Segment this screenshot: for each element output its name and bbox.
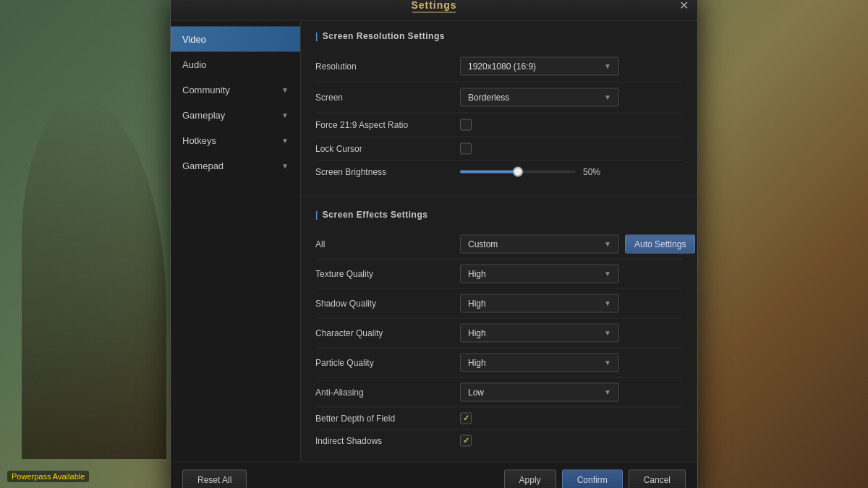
confirm-button[interactable]: Confirm (562, 469, 623, 488)
sidebar-item-hotkeys[interactable]: Hotkeys ▼ (171, 127, 300, 153)
texture-quality-row: Texture Quality High ▼ (315, 259, 683, 288)
better-dof-checkbox[interactable] (460, 412, 472, 424)
shadow-quality-control: High ▼ (460, 294, 683, 312)
better-dof-label: Better Depth of Field (315, 413, 460, 423)
resolution-control: 1920x1080 (16:9) ▼ (460, 56, 683, 75)
lock-cursor-label: Lock Cursor (315, 143, 460, 153)
indirect-shadows-row: Indirect Shadows (315, 429, 683, 451)
screen-row: Screen Borderless ▼ (315, 82, 683, 113)
force-ratio-checkbox[interactable] (460, 119, 472, 130)
screen-dropdown[interactable]: Borderless ▼ (460, 87, 619, 106)
screen-resolution-title: Screen Resolution Settings (315, 30, 683, 40)
brightness-slider-track[interactable] (460, 170, 576, 173)
screen-effects-title: Screen Effects Settings (315, 209, 683, 219)
chevron-down-icon: ▼ (604, 62, 611, 70)
force-ratio-label: Force 21:9 Aspect Ratio (315, 119, 460, 129)
force-ratio-row: Force 21:9 Aspect Ratio (315, 113, 683, 137)
sidebar-item-video[interactable]: Video (171, 26, 300, 51)
texture-quality-dropdown[interactable]: High ▼ (460, 264, 619, 283)
sidebar: Video Audio Community ▼ Gameplay ▼ Hotke… (171, 20, 301, 461)
resolution-dropdown[interactable]: 1920x1080 (16:9) ▼ (460, 56, 619, 75)
better-dof-control (460, 412, 683, 424)
footer-right-buttons: Apply Confirm Cancel (504, 469, 686, 488)
brightness-row: Screen Brightness 50% (315, 160, 683, 182)
indirect-shadows-checkbox[interactable] (460, 435, 472, 446)
particle-quality-control: High ▼ (460, 353, 683, 372)
resolution-label: Resolution (315, 61, 460, 71)
chevron-down-icon: ▼ (281, 161, 289, 169)
brightness-value: 50% (583, 166, 608, 176)
particle-quality-dropdown[interactable]: High ▼ (460, 353, 619, 372)
chevron-down-icon: ▼ (604, 270, 611, 278)
better-dof-row: Better Depth of Field (315, 407, 683, 429)
resolution-row: Resolution 1920x1080 (16:9) ▼ (315, 51, 683, 82)
screen-effects-section: Screen Effects Settings All Custom ▼ Aut… (301, 199, 697, 461)
anti-aliasing-label: Anti-Aliasing (315, 387, 460, 397)
sidebar-item-gameplay[interactable]: Gameplay ▼ (171, 102, 300, 127)
texture-quality-control: High ▼ (460, 264, 683, 283)
modal-header: Settings ✕ (171, 0, 697, 20)
content-area: Screen Resolution Settings Resolution 19… (301, 20, 697, 461)
section-divider (301, 195, 697, 196)
force-ratio-control (460, 119, 683, 130)
title-underline (412, 12, 456, 12)
anti-aliasing-control: Low ▼ (460, 382, 683, 401)
lock-cursor-checkbox[interactable] (460, 142, 472, 154)
brightness-slider-fill (460, 170, 518, 173)
chevron-down-icon: ▼ (281, 85, 289, 93)
reset-all-button[interactable]: Reset All (182, 469, 247, 488)
modal-body: Video Audio Community ▼ Gameplay ▼ Hotke… (171, 20, 697, 461)
chevron-down-icon: ▼ (604, 299, 611, 307)
chevron-down-icon: ▼ (604, 329, 611, 337)
auto-settings-button[interactable]: Auto Settings (625, 234, 695, 253)
powerpass-banner: Powerpass Available (7, 471, 89, 482)
anti-aliasing-row: Anti-Aliasing Low ▼ (315, 377, 683, 407)
lock-cursor-row: Lock Cursor (315, 137, 683, 160)
chevron-down-icon: ▼ (604, 359, 611, 367)
screen-label: Screen (315, 92, 460, 102)
cancel-button[interactable]: Cancel (629, 469, 686, 488)
all-dropdown[interactable]: Custom ▼ (460, 234, 619, 253)
screen-resolution-section: Screen Resolution Settings Resolution 19… (301, 20, 697, 192)
brightness-slider-thumb[interactable] (513, 166, 523, 176)
character-quality-control: High ▼ (460, 323, 683, 342)
all-label: All (315, 239, 460, 249)
character-quality-row: Character Quality High ▼ (315, 318, 683, 348)
indirect-shadows-control (460, 435, 683, 446)
screen-control: Borderless ▼ (460, 87, 683, 106)
shadow-quality-row: Shadow Quality High ▼ (315, 288, 683, 318)
shadow-quality-dropdown[interactable]: High ▼ (460, 294, 619, 312)
all-row: All Custom ▼ Auto Settings (315, 229, 683, 259)
modal-title: Settings (411, 0, 456, 10)
brightness-label: Screen Brightness (315, 166, 460, 176)
brightness-slider-container: 50% (460, 166, 683, 176)
settings-modal: Settings ✕ Video Audio Community ▼ Gamep… (170, 0, 698, 488)
sidebar-item-audio[interactable]: Audio (171, 51, 300, 77)
lock-cursor-control (460, 142, 683, 154)
chevron-down-icon: ▼ (604, 93, 611, 101)
particle-quality-label: Particle Quality (315, 357, 460, 367)
sidebar-item-community[interactable]: Community ▼ (171, 77, 300, 102)
character-quality-label: Character Quality (315, 328, 460, 338)
chevron-down-icon: ▼ (604, 388, 611, 396)
chevron-down-icon: ▼ (281, 111, 289, 119)
shadow-quality-label: Shadow Quality (315, 298, 460, 308)
chevron-down-icon: ▼ (604, 240, 611, 248)
anti-aliasing-dropdown[interactable]: Low ▼ (460, 382, 619, 401)
particle-quality-row: Particle Quality High ▼ (315, 348, 683, 377)
character-quality-dropdown[interactable]: High ▼ (460, 323, 619, 342)
texture-quality-label: Texture Quality (315, 268, 460, 278)
apply-button[interactable]: Apply (504, 469, 556, 488)
modal-footer: Reset All Apply Confirm Cancel (171, 461, 697, 488)
close-button[interactable]: ✕ (679, 0, 689, 12)
chevron-down-icon: ▼ (281, 136, 289, 144)
brightness-control: 50% (460, 166, 683, 176)
indirect-shadows-label: Indirect Shadows (315, 435, 460, 445)
sidebar-item-gamepad[interactable]: Gamepad ▼ (171, 153, 300, 178)
all-control: Custom ▼ Auto Settings (460, 234, 695, 253)
